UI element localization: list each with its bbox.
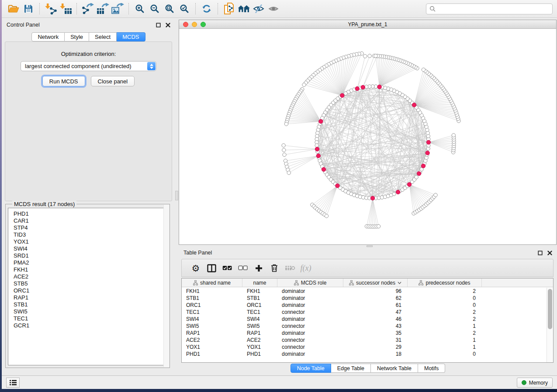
column-header-name[interactable]: name: [242, 279, 277, 287]
mcds-result-item[interactable]: TID3: [14, 231, 167, 238]
select-all-icon[interactable]: [219, 261, 235, 275]
show-columns-icon[interactable]: [204, 261, 219, 275]
zoom-fit-icon[interactable]: [162, 2, 177, 16]
hide-selected-icon[interactable]: [251, 2, 266, 16]
network-node[interactable]: [287, 171, 291, 175]
scrollbar-thumb[interactable]: [548, 289, 552, 329]
network-mcds-hub-node[interactable]: [340, 93, 344, 97]
mcds-result-item[interactable]: CAR1: [14, 217, 167, 224]
table-scrollbar[interactable]: [547, 288, 553, 362]
splitter-handle[interactable]: [175, 191, 178, 200]
mcds-result-item[interactable]: PHD1: [14, 210, 167, 217]
network-graph-svg[interactable]: [179, 29, 556, 244]
task-history-icon[interactable]: [6, 378, 20, 388]
memory-button[interactable]: Memory: [517, 378, 553, 388]
mcds-result-item[interactable]: RAP1: [14, 294, 167, 301]
network-node[interactable]: [374, 54, 377, 58]
network-node[interactable]: [282, 148, 286, 152]
mcds-result-item[interactable]: PMA2: [14, 259, 167, 266]
import-table-icon[interactable]: [58, 2, 73, 16]
network-mcds-hub-node[interactable]: [426, 151, 429, 155]
network-mcds-hub-node[interactable]: [316, 154, 320, 158]
maximize-window-button[interactable]: [201, 22, 206, 27]
table-settings-gear-icon[interactable]: ⚙: [188, 261, 204, 275]
tab-select[interactable]: Select: [89, 32, 117, 41]
network-node[interactable]: [363, 55, 367, 58]
float-panel-icon[interactable]: [156, 23, 161, 28]
network-mcds-hub-node[interactable]: [315, 147, 319, 151]
table-row[interactable]: SWI4SWI4dominator462: [182, 316, 547, 323]
tab-node-table[interactable]: Node Table: [291, 364, 331, 373]
network-mcds-hub-node[interactable]: [355, 86, 359, 90]
tab-network-table[interactable]: Network Table: [371, 364, 418, 373]
table-row[interactable]: YOX1YOX1connector291: [182, 344, 547, 351]
close-window-button[interactable]: [183, 22, 188, 27]
optimization-criterion-select[interactable]: largest connected component (undirected): [21, 61, 156, 71]
import-network-icon[interactable]: [43, 2, 58, 16]
open-file-icon[interactable]: [6, 2, 21, 16]
network-node[interactable]: [302, 83, 306, 86]
network-mcds-hub-node[interactable]: [336, 184, 339, 188]
network-mcds-hub-node[interactable]: [396, 190, 400, 194]
export-network-icon[interactable]: [80, 2, 95, 16]
table-row[interactable]: ORC1ORC1dominator610: [182, 302, 547, 309]
network-mcds-hub-node[interactable]: [412, 103, 416, 107]
column-header-mcds-role[interactable]: MCDS role: [277, 279, 343, 287]
mcds-result-item[interactable]: TEC1: [14, 315, 167, 322]
close-panel-icon[interactable]: [166, 23, 170, 28]
network-node[interactable]: [283, 153, 286, 156]
table-row[interactable]: PHD1PHD1dominator180: [182, 351, 547, 358]
network-node[interactable]: [284, 122, 288, 126]
mcds-result-item[interactable]: STB1: [14, 301, 167, 308]
mcds-result-item[interactable]: ACE2: [14, 273, 167, 280]
network-node[interactable]: [452, 134, 455, 137]
search-input[interactable]: [438, 6, 549, 12]
column-header-shared-name[interactable]: shared name: [182, 279, 242, 287]
network-mcds-hub-node[interactable]: [322, 167, 325, 171]
mcds-result-item[interactable]: FKH1: [14, 266, 167, 273]
refresh-icon[interactable]: [199, 2, 214, 16]
result-list-scrollbar[interactable]: [163, 205, 169, 367]
tab-motifs[interactable]: Motifs: [418, 364, 445, 373]
mcds-result-item[interactable]: YOX1: [14, 238, 167, 245]
network-frame-titlebar[interactable]: YPA_prune.txt_1: [179, 20, 556, 29]
network-mcds-hub-node[interactable]: [426, 140, 430, 144]
network-node[interactable]: [377, 224, 380, 228]
close-panel-button[interactable]: Close panel: [91, 76, 135, 86]
table-row[interactable]: TEC1TEC1connector472: [182, 309, 547, 316]
network-node[interactable]: [282, 144, 285, 147]
run-mcds-button[interactable]: Run MCDS: [42, 76, 85, 86]
mcds-result-item[interactable]: SWI5: [14, 308, 167, 315]
tab-network[interactable]: Network: [31, 32, 65, 41]
network-node[interactable]: [422, 68, 425, 72]
table-row[interactable]: STB1STB1dominator620: [182, 295, 547, 302]
column-header-predecessor-nodes[interactable]: predecessor nodes: [408, 279, 482, 287]
tab-style[interactable]: Style: [65, 32, 89, 41]
zoom-out-icon[interactable]: [147, 2, 162, 16]
export-table-icon[interactable]: [95, 2, 110, 16]
mcds-result-list[interactable]: PHD1CAR1STP4TID3YOX1SWI4SRD1PMA2FKH1ACE2…: [8, 208, 167, 365]
mcds-result-item[interactable]: SRD1: [14, 252, 167, 259]
zoom-in-icon[interactable]: [132, 2, 147, 16]
network-canvas[interactable]: [179, 29, 556, 244]
network-node[interactable]: [434, 193, 437, 197]
vertical-splitter[interactable]: [175, 20, 179, 375]
export-image-icon[interactable]: [110, 2, 125, 16]
network-node[interactable]: [315, 144, 318, 147]
tab-edge-table[interactable]: Edge Table: [331, 364, 371, 373]
zoom-selected-icon[interactable]: [177, 2, 192, 16]
network-mcds-hub-node[interactable]: [361, 85, 365, 89]
mcds-result-item[interactable]: GCR1: [14, 322, 167, 329]
network-node[interactable]: [392, 192, 396, 196]
mcds-result-item[interactable]: ORC1: [14, 287, 167, 294]
network-node[interactable]: [325, 214, 328, 218]
network-mcds-hub-node[interactable]: [370, 196, 374, 200]
unselect-all-icon[interactable]: [235, 261, 251, 275]
table-row[interactable]: RAP1RAP1dominator352: [182, 330, 547, 337]
float-panel-icon[interactable]: [538, 251, 543, 255]
network-mcds-hub-node[interactable]: [417, 172, 421, 175]
table-row[interactable]: ACE2ACE2connector311: [182, 337, 547, 344]
network-node[interactable]: [415, 175, 418, 179]
close-panel-icon[interactable]: [547, 251, 552, 255]
mcds-result-item[interactable]: STB5: [14, 280, 167, 287]
